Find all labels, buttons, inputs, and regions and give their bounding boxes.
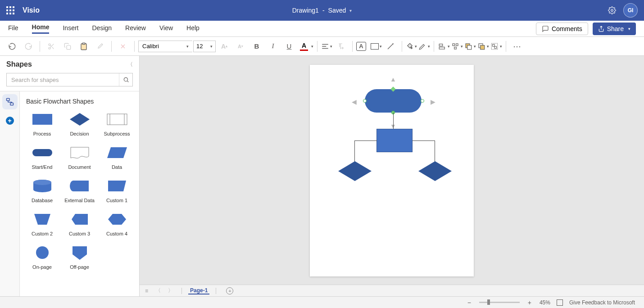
zoom-thumb[interactable]	[487, 299, 490, 305]
delete-button[interactable]	[115, 40, 131, 53]
italic-button[interactable]: I	[265, 40, 281, 53]
next-page-button[interactable]: 〉	[166, 287, 175, 294]
connector[interactable]	[354, 140, 377, 141]
stencil-tab-flowchart[interactable]	[2, 94, 18, 109]
all-pages-button[interactable]: ≡	[143, 288, 150, 294]
line-color-button[interactable]: ▾	[418, 42, 430, 50]
zoom-slider[interactable]	[479, 302, 520, 303]
shape-item-database[interactable]: Database	[24, 178, 60, 203]
shape-process[interactable]	[376, 129, 413, 152]
shape-item-terminator[interactable]: Start/End	[24, 145, 60, 170]
tab-view[interactable]: View	[159, 24, 173, 33]
shape-item-custom2[interactable]: Custom 2	[24, 211, 60, 236]
document-icon	[69, 145, 91, 161]
comments-button[interactable]: Comments	[536, 23, 588, 35]
fit-to-window-button[interactable]	[557, 299, 563, 306]
copy-button[interactable]	[60, 40, 75, 53]
svg-marker-32	[34, 214, 50, 225]
document-title[interactable]: Drawing1 - Saved ▾	[292, 7, 352, 14]
shape-decision[interactable]	[337, 160, 372, 182]
connector[interactable]	[354, 140, 355, 163]
shape-item-custom3[interactable]: Custom 3	[62, 211, 97, 236]
stencil-title: Basic Flowchart Shapes	[26, 98, 135, 105]
shape-item-label: Subprocess	[104, 131, 130, 136]
align-shapes-button[interactable]: ▾	[438, 42, 450, 50]
shape-item-subprocess[interactable]: Subprocess	[99, 111, 135, 136]
more-options-button[interactable]: ⋯	[510, 40, 525, 53]
connector[interactable]	[393, 113, 394, 129]
page-tab[interactable]: Page-1	[188, 287, 209, 294]
selection-handle[interactable]	[421, 99, 424, 103]
tab-home[interactable]: Home	[32, 23, 50, 34]
shape-item-document[interactable]: Document	[62, 145, 97, 170]
text-direction-button[interactable]	[333, 40, 349, 53]
shape-item-extdata[interactable]: External Data	[62, 178, 97, 203]
redo-button[interactable]	[21, 40, 36, 53]
font-color-button[interactable]: A ▾	[298, 42, 313, 51]
search-input[interactable]	[7, 73, 119, 86]
add-stencil-button[interactable]: +	[2, 113, 18, 128]
shape-item-custom1[interactable]: Custom 1	[99, 178, 135, 203]
gear-icon[interactable]	[608, 6, 616, 14]
autoconnect-up-icon[interactable]: ▲	[390, 76, 396, 83]
align-button[interactable]: ▾	[321, 42, 332, 50]
tab-file[interactable]: File	[8, 24, 18, 33]
svg-rect-3	[67, 45, 71, 50]
grow-font-button[interactable]: A▴	[217, 40, 232, 53]
tab-review[interactable]: Review	[125, 24, 146, 33]
fill-color-button[interactable]: ▾	[406, 42, 417, 50]
shape-item-label: On-page	[32, 264, 52, 270]
svg-rect-26	[107, 114, 127, 125]
autoconnect-left-icon[interactable]: ◀	[352, 98, 357, 105]
stencil-list: Basic Flowchart Shapes ProcessDecisionSu…	[20, 91, 139, 296]
shape-item-onpage[interactable]: On-page	[24, 245, 60, 270]
tab-help[interactable]: Help	[186, 24, 200, 33]
tab-design[interactable]: Design	[92, 24, 112, 33]
tab-insert[interactable]: Insert	[63, 24, 78, 33]
shape-item-offpage[interactable]: Off-page	[62, 245, 97, 270]
font-name-select[interactable]: Calibri ▾	[138, 41, 192, 52]
separator	[111, 41, 112, 52]
search-button[interactable]	[119, 73, 132, 86]
position-button[interactable]: ▾	[451, 42, 463, 50]
avatar[interactable]: GI	[623, 3, 638, 18]
cut-button[interactable]	[44, 40, 59, 53]
group-button[interactable]: ▾	[490, 42, 502, 50]
canvas-viewport[interactable]: ▲ ◀ ▶ ▼	[140, 56, 644, 285]
shape-item-data[interactable]: Data	[99, 145, 135, 170]
app-launcher-icon[interactable]	[6, 6, 14, 14]
zoom-in-button[interactable]: +	[526, 299, 533, 306]
add-page-button[interactable]: +	[226, 287, 233, 294]
connector-tool-button[interactable]	[383, 40, 398, 53]
share-button[interactable]: Share ▾	[593, 23, 636, 35]
connector[interactable]	[435, 140, 435, 163]
shape-item-custom4[interactable]: Custom 4	[99, 211, 135, 236]
undo-button[interactable]	[5, 40, 20, 53]
selection-handle[interactable]	[363, 99, 367, 103]
shape-style-button[interactable]: ▾	[371, 43, 382, 50]
shrink-font-button[interactable]: A▾	[233, 40, 248, 53]
zoom-out-button[interactable]: −	[466, 299, 473, 306]
stencil-rail: +	[0, 91, 20, 296]
shape-item-process[interactable]: Process	[24, 111, 60, 136]
prev-page-button[interactable]: 〈	[154, 287, 163, 294]
shape-item-label: Custom 3	[69, 231, 90, 236]
canvas-page[interactable]: ▲ ◀ ▶ ▼	[310, 65, 474, 276]
paste-button[interactable]	[76, 40, 91, 53]
bold-button[interactable]: B	[249, 40, 264, 53]
collapse-panel-button[interactable]: 〈	[127, 61, 133, 68]
text-tool-button[interactable]: A	[356, 42, 366, 51]
underline-button[interactable]: U	[281, 40, 297, 53]
font-size-select[interactable]: 12 ▾	[193, 41, 216, 52]
shape-terminator[interactable]	[365, 89, 422, 113]
connector[interactable]	[413, 140, 435, 141]
autoconnect-right-icon[interactable]: ▶	[431, 98, 435, 105]
bring-forward-button[interactable]: ▾	[464, 42, 476, 50]
svg-rect-18	[493, 44, 495, 46]
feedback-link[interactable]: Give Feedback to Microsoft	[569, 299, 635, 306]
shape-item-decision[interactable]: Decision	[62, 111, 97, 136]
format-painter-button[interactable]	[92, 40, 108, 53]
shape-decision[interactable]	[417, 160, 453, 182]
send-backward-button[interactable]: ▾	[477, 42, 489, 50]
chevron-down-icon: ▾	[415, 44, 417, 49]
